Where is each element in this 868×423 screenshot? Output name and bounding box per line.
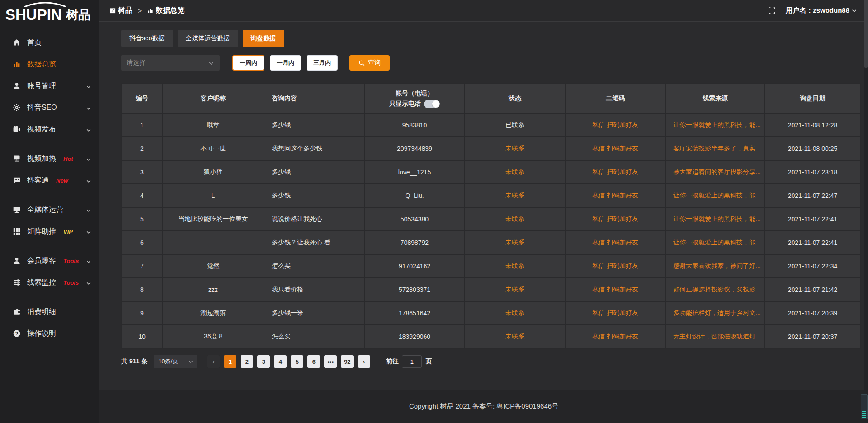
cell-qrcode[interactable]: 私信 扫码加好友 bbox=[565, 301, 665, 325]
cell-date: 2021-11-08 00:25 bbox=[765, 137, 860, 160]
cell-account: love__1215 bbox=[364, 160, 465, 184]
chevron-down-icon bbox=[86, 258, 91, 266]
cell-nickname: 潮起潮落 bbox=[162, 301, 264, 325]
cell-date: 2021-11-07 21:42 bbox=[765, 278, 860, 301]
sidebar-item-video-publish[interactable]: 视频发布 bbox=[0, 118, 99, 140]
browser-corner-widget bbox=[861, 394, 868, 419]
range-month-button[interactable]: 一月内 bbox=[270, 55, 301, 70]
query-button[interactable]: 查询 bbox=[349, 55, 390, 70]
home-icon bbox=[13, 38, 21, 47]
cell-qrcode[interactable]: 私信 扫码加好友 bbox=[565, 137, 665, 160]
cell-nickname: 不可一世 bbox=[162, 137, 264, 160]
sidebar-item-clue-monitor[interactable]: 线索监控Tools bbox=[0, 272, 99, 293]
pager-ellipsis[interactable]: ••• bbox=[324, 355, 337, 368]
page-button-4[interactable]: 4 bbox=[274, 355, 287, 368]
sidebar-item-media-operation[interactable]: 全媒体运营 bbox=[0, 199, 99, 221]
sidebar-item-consumption-detail[interactable]: 消费明细 bbox=[0, 301, 99, 323]
cell-account: 572803371 bbox=[364, 278, 465, 301]
cell-source[interactable]: 客厅安装投影半年多了，真实... bbox=[665, 137, 765, 160]
table-row: 6多少钱？让我死心 看70898792未联系私信 扫码加好友让你一眼就爱上的黑科… bbox=[122, 231, 860, 254]
cell-content: 怎么买 bbox=[264, 325, 364, 348]
sidebar-item-help[interactable]: ?操作说明 bbox=[0, 323, 99, 344]
sidebar-item-label: 抖音SEO bbox=[27, 103, 57, 113]
scrollbar-thumb[interactable] bbox=[864, 0, 868, 68]
page-button-2[interactable]: 2 bbox=[241, 355, 253, 368]
table-row: 4L多少钱Q_Liu.未联系私信 扫码加好友让你一眼就爱上的黑科技，能...20… bbox=[122, 184, 860, 207]
tab-media-operation-data[interactable]: 全媒体运营数据 bbox=[178, 30, 238, 47]
logo-text-en: SHUPIN bbox=[5, 6, 62, 23]
cell-content: 多少钱一米 bbox=[264, 301, 364, 325]
range-quarter-button[interactable]: 三月内 bbox=[307, 55, 338, 70]
sidebar-divider bbox=[6, 144, 92, 144]
search-icon bbox=[359, 60, 365, 66]
sidebar-item-member-burst[interactable]: 会员爆客Tools bbox=[0, 250, 99, 272]
cell-source[interactable]: 让你一眼就爱上的黑科技，能... bbox=[665, 184, 765, 207]
sidebar-item-video-heat[interactable]: 视频加热Hot bbox=[0, 148, 99, 169]
cell-id: 9 bbox=[122, 301, 162, 325]
filter-select[interactable]: 请选择 bbox=[121, 55, 220, 71]
cell-date: 2021-11-07 22:41 bbox=[765, 231, 860, 254]
cell-qrcode[interactable]: 私信 扫码加好友 bbox=[565, 325, 665, 348]
cell-qrcode[interactable]: 私信 扫码加好友 bbox=[565, 207, 665, 231]
cell-source[interactable]: 如何正确选择投影仪，买投影... bbox=[665, 278, 765, 301]
range-week-button[interactable]: 一周内 bbox=[232, 55, 264, 70]
sidebar-menu: 首页数据总览账号管理抖音SEO视频发布视频加热Hot抖客通New全媒体运营矩阵助… bbox=[0, 32, 99, 344]
cell-id: 6 bbox=[122, 231, 162, 254]
cell-source[interactable]: 让你一眼就爱上的黑科技，能... bbox=[665, 207, 765, 231]
table-row: 3狐小狸多少钱love__1215未联系私信 扫码加好友被大家追着问的客厅投影分… bbox=[122, 160, 860, 184]
sidebar: SHUPIN 树品 首页数据总览账号管理抖音SEO视频发布视频加热Hot抖客通N… bbox=[0, 0, 99, 423]
breadcrumb-root[interactable]: 树品 bbox=[118, 6, 132, 15]
sidebar-item-label: 数据总览 bbox=[27, 60, 56, 69]
sidebar-divider bbox=[6, 195, 92, 195]
sidebar-item-label: 抖客通 bbox=[27, 176, 49, 185]
tab-douyin-seo-data[interactable]: 抖音seo数据 bbox=[121, 30, 173, 47]
page-button-6[interactable]: 6 bbox=[307, 355, 320, 368]
page-button-5[interactable]: 5 bbox=[291, 355, 303, 368]
page-button-3[interactable]: 3 bbox=[257, 355, 270, 368]
chevron-down-icon[interactable] bbox=[851, 8, 857, 14]
sidebar-item-account-manage[interactable]: 账号管理 bbox=[0, 75, 99, 97]
cell-qrcode[interactable]: 私信 扫码加好友 bbox=[565, 278, 665, 301]
cell-qrcode[interactable]: 私信 扫码加好友 bbox=[565, 160, 665, 184]
prev-page-button[interactable]: ‹ bbox=[207, 355, 220, 368]
sidebar-item-home[interactable]: 首页 bbox=[0, 32, 99, 53]
cell-source[interactable]: 被大家追着问的客厅投影分享... bbox=[665, 160, 765, 184]
tab-inquiry-data[interactable]: 询盘数据 bbox=[243, 30, 284, 47]
cell-source[interactable]: 无主灯设计，智能磁吸轨道灯... bbox=[665, 325, 765, 348]
page-button-92[interactable]: 92 bbox=[341, 355, 354, 368]
sidebar-item-data-overview[interactable]: 数据总览 bbox=[0, 53, 99, 75]
fullscreen-icon[interactable] bbox=[768, 7, 776, 14]
cell-qrcode[interactable]: 私信 扫码加好友 bbox=[565, 254, 665, 278]
scrollbar[interactable] bbox=[864, 0, 868, 423]
sidebar-item-douketong[interactable]: 抖客通New bbox=[0, 169, 99, 191]
cell-date: 2021-11-07 22:41 bbox=[765, 207, 860, 231]
cell-qrcode[interactable]: 私信 扫码加好友 bbox=[565, 231, 665, 254]
cell-date: 2021-11-07 23:18 bbox=[765, 160, 860, 184]
cell-qrcode[interactable]: 私信 扫码加好友 bbox=[565, 184, 665, 207]
video-publish-icon bbox=[13, 125, 21, 133]
table-header-row: 编号 客户昵称 咨询内容 帐号（电话） 只显示电话 bbox=[122, 84, 860, 113]
page-size-select[interactable]: 10条/页 bbox=[154, 355, 197, 368]
pagination-total: 共 911 条 bbox=[121, 357, 147, 366]
page-button-1[interactable]: 1 bbox=[224, 355, 236, 368]
cell-source[interactable]: 多功能护栏灯，适用于乡村文... bbox=[665, 301, 765, 325]
cell-status: 已联系 bbox=[465, 113, 565, 137]
app-square-icon bbox=[109, 7, 116, 14]
sidebar-item-douyin-seo[interactable]: 抖音SEO bbox=[0, 97, 99, 118]
col-header-status: 状态 bbox=[465, 84, 565, 113]
cell-source[interactable]: 感谢大家喜欢我家，被问了好... bbox=[665, 254, 765, 278]
cell-qrcode[interactable]: 私信 扫码加好友 bbox=[565, 113, 665, 137]
breadcrumb-separator: > bbox=[138, 7, 142, 14]
sidebar-item-matrix-boost[interactable]: 矩阵助推VIP bbox=[0, 221, 99, 242]
phone-only-toggle[interactable] bbox=[424, 100, 440, 108]
username-display[interactable]: 用户名：zswodun88 bbox=[786, 6, 849, 15]
cell-source[interactable]: 让你一眼就爱上的黑科技，能... bbox=[665, 113, 765, 137]
chat-icon bbox=[13, 176, 21, 184]
cell-id: 8 bbox=[122, 278, 162, 301]
cell-nickname bbox=[162, 231, 264, 254]
goto-page-input[interactable] bbox=[402, 355, 422, 368]
next-page-button[interactable]: › bbox=[358, 355, 370, 368]
username-value: zswodun88 bbox=[813, 6, 849, 14]
cell-source[interactable]: 让你一眼就爱上的黑科技，能... bbox=[665, 231, 765, 254]
cell-status: 未联系 bbox=[465, 325, 565, 348]
